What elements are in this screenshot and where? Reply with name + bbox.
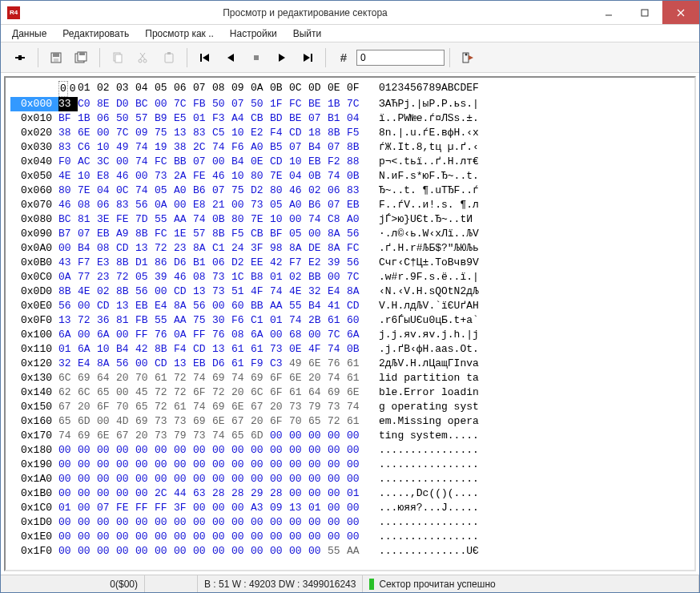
hex-byte[interactable]: 51 (231, 284, 251, 299)
hex-byte[interactable]: 00 (193, 458, 212, 472)
hex-byte[interactable]: 8B (58, 284, 78, 299)
pin-icon[interactable] (7, 46, 33, 70)
hex-byte[interactable]: 73 (155, 429, 174, 443)
hex-byte[interactable]: 6D (78, 414, 97, 429)
hex-byte[interactable]: 32 (58, 357, 78, 371)
hex-byte[interactable]: BC (135, 97, 155, 111)
hex-byte[interactable]: 18 (308, 126, 328, 140)
hex-byte[interactable]: C0 (78, 97, 97, 111)
hex-row[interactable]: 0x0C00A77237205394608731CB80102BB007C.w#… (10, 270, 690, 284)
hex-byte[interactable]: 10 (78, 169, 97, 184)
hex-byte[interactable]: EB (135, 299, 155, 313)
hex-row[interactable]: 0x0B043F7E38BD186D6B106D2EE42F7E23956Cчг… (10, 256, 690, 270)
hex-byte[interactable]: FC (155, 155, 174, 169)
hex-byte[interactable]: 00 (347, 530, 366, 544)
hex-byte[interactable]: 00 (116, 530, 135, 544)
hex-byte[interactable]: 4E (58, 169, 78, 184)
hex-byte[interactable]: BF (58, 111, 78, 126)
hex-byte[interactable]: 6D (251, 429, 270, 443)
hex-byte[interactable]: 98 (270, 241, 289, 256)
hex-byte[interactable]: 05 (289, 227, 308, 241)
hex-byte[interactable]: 24 (231, 241, 251, 256)
hex-row[interactable]: 0x010BF1B065057B9E501F3A4CBBDBE07B104ї..… (10, 111, 690, 126)
hex-byte[interactable]: BE (289, 111, 308, 126)
hex-byte[interactable]: 75 (231, 184, 251, 198)
first-icon[interactable] (192, 46, 218, 70)
hex-byte[interactable]: 02 (289, 270, 308, 284)
hex-byte[interactable]: 8A (289, 241, 308, 256)
hex-byte[interactable]: 00 (289, 544, 308, 559)
hex-byte[interactable]: 74 (193, 400, 212, 414)
hex-byte[interactable]: 00 (58, 486, 78, 501)
hex-byte[interactable]: 6A (78, 342, 97, 357)
hex-byte[interactable]: 00 (308, 458, 328, 472)
hex-byte[interactable]: 80 (270, 184, 289, 198)
hex-byte[interactable]: AC (78, 155, 97, 169)
hex-byte[interactable]: 00 (116, 328, 135, 342)
hex-byte[interactable]: 80 (58, 184, 78, 198)
hex-byte[interactable]: B4 (116, 342, 135, 357)
hex-byte[interactable]: 2C (155, 486, 174, 501)
hex-byte[interactable]: 46 (116, 169, 135, 184)
hex-byte[interactable]: 00 (231, 458, 251, 472)
hex-byte[interactable]: 28 (270, 486, 289, 501)
hex-byte[interactable]: AA (347, 544, 366, 559)
hex-byte[interactable]: 00 (193, 443, 212, 458)
hex-byte[interactable]: 00 (135, 530, 155, 544)
hex-byte[interactable]: 72 (155, 385, 174, 400)
hex-byte[interactable]: 72 (155, 241, 174, 256)
hex-byte[interactable]: E4 (155, 299, 174, 313)
hex-byte[interactable]: 00 (212, 299, 231, 313)
hex-byte[interactable]: 61 (231, 357, 251, 371)
hex-byte[interactable]: 41 (328, 299, 347, 313)
hex-byte[interactable]: 7C (174, 97, 193, 111)
hex-byte[interactable]: 4F (308, 342, 328, 357)
hex-byte[interactable]: 07 (289, 140, 308, 155)
hex-byte[interactable]: 73 (289, 400, 308, 414)
hex-byte[interactable]: E2 (308, 256, 328, 270)
hex-byte[interactable]: 00 (116, 486, 135, 501)
hex-byte[interactable]: 07 (97, 501, 116, 515)
hex-byte[interactable]: 00 (347, 515, 366, 530)
hex-byte[interactable]: 29 (251, 486, 270, 501)
hex-byte[interactable]: 72 (212, 385, 231, 400)
hex-byte[interactable]: B4 (308, 140, 328, 155)
hex-byte[interactable]: 74 (289, 313, 308, 328)
hex-byte[interactable]: 69 (251, 371, 270, 385)
hex-byte[interactable]: 00 (347, 443, 366, 458)
hex-byte[interactable]: 69 (78, 429, 97, 443)
hex-byte[interactable]: 00 (174, 530, 193, 544)
hex-byte[interactable]: 02 (308, 184, 328, 198)
hex-byte[interactable]: F7 (289, 256, 308, 270)
hex-byte[interactable]: C3 (270, 357, 289, 371)
hex-byte[interactable]: 76 (328, 357, 347, 371)
hex-byte[interactable]: 06 (328, 184, 347, 198)
hex-byte[interactable]: 00 (308, 429, 328, 443)
hex-byte[interactable]: 61 (251, 342, 270, 357)
hex-byte[interactable]: 6E (78, 126, 97, 140)
hex-byte[interactable]: A3 (251, 501, 270, 515)
hash-icon[interactable]: # (331, 46, 356, 70)
hex-byte[interactable]: 09 (270, 501, 289, 515)
hex-byte[interactable]: 57 (193, 227, 212, 241)
hex-byte[interactable]: 00 (155, 515, 174, 530)
hex-byte[interactable]: FB (135, 313, 155, 328)
hex-byte[interactable]: E3 (97, 256, 116, 270)
hex-byte[interactable]: 00 (270, 328, 289, 342)
hex-byte[interactable]: 00 (174, 198, 193, 212)
hex-byte[interactable]: 6A (347, 328, 366, 342)
hex-row[interactable]: 0x090B707EBA98BFC1E578BF5CBBF05008A56·.л… (10, 227, 690, 241)
hex-byte[interactable]: 6A (58, 328, 78, 342)
hex-byte[interactable]: 80 (231, 212, 251, 227)
hex-byte[interactable]: A0 (174, 184, 193, 198)
hex-byte[interactable]: EB (97, 227, 116, 241)
hex-byte[interactable]: B9 (155, 111, 174, 126)
hex-byte[interactable]: 20 (116, 371, 135, 385)
hex-byte[interactable]: 8E (97, 97, 116, 111)
hex-byte[interactable]: 38 (58, 126, 78, 140)
hex-byte[interactable]: 80 (251, 169, 270, 184)
hex-byte[interactable]: 00 (97, 472, 116, 486)
hex-byte[interactable]: 0E (251, 155, 270, 169)
hex-byte[interactable]: 3F (251, 241, 270, 256)
stop-icon[interactable] (243, 46, 269, 70)
